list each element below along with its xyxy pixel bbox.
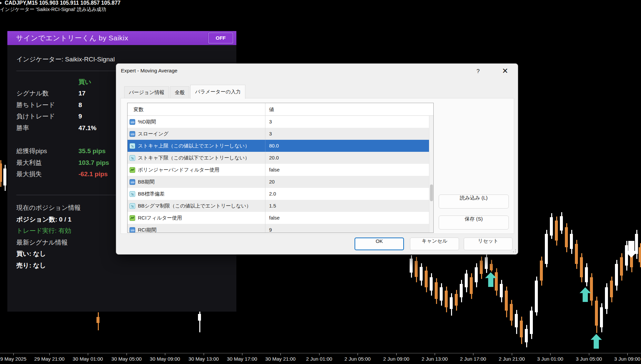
time-axis-label: 30 May 17:00: [227, 356, 257, 362]
time-axis-label: 2 Jun 21:00: [499, 356, 525, 362]
table-scrollbar[interactable]: [429, 116, 433, 233]
parameter-row[interactable]: ½ストキャ上限（この値以上でエントリーしない）80.0: [128, 140, 433, 152]
time-axis-tick: [319, 353, 319, 355]
pips-label: 最大損失: [16, 168, 42, 180]
parameter-label: RCIフィルター使用: [138, 215, 182, 221]
signal-panel-header[interactable]: サインでエントリーくん by Saikix OFF: [7, 31, 236, 45]
help-icon[interactable]: ?: [472, 66, 484, 76]
parameter-table-header: 変数 値: [128, 103, 433, 116]
parameter-value-cell[interactable]: 20.0: [265, 152, 433, 164]
parameter-value-cell[interactable]: false: [265, 164, 433, 176]
bool-type-icon: [130, 215, 135, 221]
dbl-type-icon: ½: [130, 155, 135, 161]
time-axis-label: 30 May 13:00: [189, 356, 219, 362]
stat-value: 17: [78, 88, 85, 99]
time-axis-tick: [396, 353, 397, 355]
parameter-row[interactable]: ½BBシグマ制限（この値以上でエントリーしない）1.5: [128, 200, 433, 212]
pips-value: 103.7 pips: [78, 157, 109, 169]
panel-off-toggle-button[interactable]: OFF: [208, 32, 233, 44]
time-axis-label: 29 May 21:00: [34, 356, 65, 362]
parameter-row[interactable]: 123RCI期間9: [128, 224, 433, 233]
tab-inputs[interactable]: パラメーターの入力: [190, 85, 245, 99]
parameter-name-cell: ½BBシグマ制限（この値以上でエントリーしない）: [128, 200, 265, 212]
time-axis-label: 2 Jun 05:00: [345, 356, 371, 362]
time-axis-label: 3 Jun 05:00: [576, 356, 602, 362]
parameter-value-cell[interactable]: 9: [265, 224, 433, 233]
parameter-row[interactable]: ½BB標準偏差2.0: [128, 188, 433, 200]
svg-text:½: ½: [131, 192, 134, 196]
position-line-text: 最新シグナル情報: [16, 237, 68, 249]
stat-label: シグナル数: [16, 88, 49, 99]
parameter-name-cell: ボリンジャーバンドフィルター使用: [128, 164, 265, 176]
parameter-rows: 123%D期間3123スローイング3½ストキャ上限（この値以上でエントリーしない…: [128, 116, 433, 233]
time-axis-label: 2 Jun 13:00: [422, 356, 448, 362]
time-axis-tick: [473, 353, 473, 355]
time-axis-label: 30 May 01:00: [73, 356, 103, 362]
parameter-label: ストキャ下限（この値以下でエントリーしない）: [138, 155, 250, 161]
parameter-row[interactable]: ½ストキャ下限（この値以下でエントリーしない）20.0: [128, 152, 433, 164]
position-line-text: 現在のポジション情報: [16, 202, 81, 214]
parameter-name-cell: 123スローイング: [128, 128, 265, 140]
time-axis-label: 30 May 05:00: [112, 356, 142, 362]
pips-value: 35.5 pips: [78, 145, 105, 157]
dialog-resize-grip[interactable]: [513, 249, 516, 253]
time-axis-tick: [49, 353, 50, 355]
parameter-row[interactable]: RCIフィルター使用false: [128, 212, 433, 224]
mt5-chart-window: 9 May 202529 May 21:0030 May 01:0030 May…: [0, 0, 641, 364]
time-axis-label: 3 Jun 09:00: [614, 356, 640, 362]
time-axis-label: 3 Jun 01:00: [537, 356, 563, 362]
parameter-row[interactable]: 123%D期間3: [128, 116, 433, 128]
svg-text:123: 123: [131, 133, 135, 135]
time-axis-tick: [435, 353, 435, 355]
time-axis-label: 30 May 09:00: [150, 356, 180, 362]
position-line-text: トレード実行: 有効: [16, 225, 71, 237]
dialog-titlebar[interactable]: Expert - Moving Average ? ✕: [116, 64, 518, 78]
pips-value: -62.1 pips: [78, 168, 108, 180]
table-scrollbar-thumb[interactable]: [430, 185, 433, 201]
pips-label: 最大利益: [16, 157, 42, 169]
time-axis-tick: [512, 353, 512, 355]
int-type-icon: 123: [130, 227, 135, 233]
parameter-value-cell[interactable]: 80.0: [265, 140, 433, 152]
time-axis-tick: [550, 353, 551, 355]
reset-button[interactable]: リセット: [464, 238, 512, 250]
parameter-name-cell: 123RCI期間: [128, 224, 265, 233]
stat-value: 8: [78, 99, 82, 111]
stat-label: 負けトレード: [16, 111, 55, 122]
parameter-value-cell[interactable]: 1.5: [265, 200, 433, 212]
load-button[interactable]: 読み込み (L): [439, 195, 509, 209]
close-icon[interactable]: ✕: [498, 65, 512, 77]
parameter-row[interactable]: 123スローイング3: [128, 128, 433, 140]
svg-text:123: 123: [131, 229, 135, 231]
time-axis-tick: [627, 353, 628, 355]
parameter-value-cell[interactable]: 2.0: [265, 188, 433, 200]
stat-value: 47.1%: [78, 122, 96, 134]
position-line-text: ポジション数: 0 / 1: [16, 214, 71, 226]
parameter-label: BBシグマ制限（この値以上でエントリーしない）: [138, 203, 251, 209]
tab-common[interactable]: 全般: [170, 86, 189, 98]
stat-label: 勝率: [16, 122, 29, 134]
panel-indicator-name: インジケーター: Saikix-RCI-Signal: [16, 54, 115, 65]
time-axis-tick: [13, 353, 14, 355]
parameter-value-cell[interactable]: 3: [265, 128, 433, 140]
tab-version[interactable]: バージョン情報: [124, 86, 169, 98]
ok-button[interactable]: OK: [355, 238, 404, 250]
panel-buy-column-header: 買い: [78, 76, 91, 88]
svg-text:½: ½: [131, 156, 134, 160]
int-type-icon: 123: [130, 179, 135, 185]
cancel-button[interactable]: キャンセル: [410, 238, 459, 250]
bool-type-icon: [130, 167, 135, 173]
parameter-value-cell[interactable]: 20: [265, 176, 433, 188]
time-axis-label: 2 Jun 17:00: [460, 356, 486, 362]
parameter-name-cell: 123BB期間: [128, 176, 265, 188]
column-header-value: 値: [265, 103, 433, 115]
svg-text:½: ½: [131, 204, 134, 208]
parameter-value-cell[interactable]: 3: [265, 116, 433, 128]
parameter-row[interactable]: 123BB期間20: [128, 176, 433, 188]
parameter-value-cell[interactable]: false: [265, 212, 433, 224]
parameter-label: BB標準偏差: [138, 191, 165, 197]
save-button[interactable]: 保存 (S): [439, 216, 509, 230]
parameter-row[interactable]: ボリンジャーバンドフィルター使用false: [128, 164, 433, 176]
time-axis-line: [0, 353, 641, 353]
svg-text:123: 123: [131, 181, 135, 183]
